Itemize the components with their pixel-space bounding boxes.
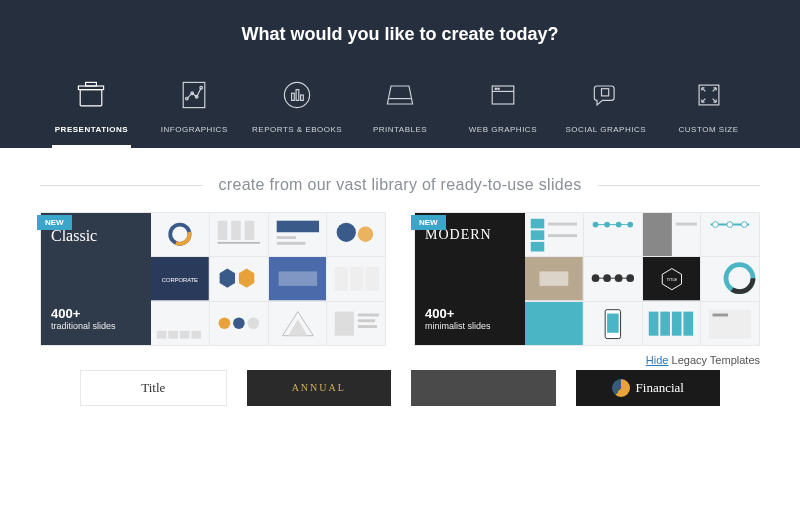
- svg-rect-27: [276, 242, 305, 245]
- svg-rect-37: [350, 267, 363, 291]
- legacy-card-annual[interactable]: ANNUAL: [247, 370, 392, 406]
- category-label: PRINTABLES: [373, 125, 427, 134]
- new-badge: NEW: [37, 215, 72, 230]
- category-label: WEB GRAPHICS: [469, 125, 537, 134]
- svg-rect-0: [81, 90, 103, 106]
- presentation-icon: [73, 77, 109, 117]
- slide-thumb: [525, 257, 583, 300]
- printables-icon: [382, 77, 418, 117]
- svg-point-43: [218, 317, 230, 329]
- svg-point-29: [358, 226, 373, 241]
- legacy-templates-row: Title ANNUAL Financial: [0, 370, 800, 406]
- legacy-card-photo[interactable]: [411, 370, 556, 406]
- template-card-classic[interactable]: NEW Classic 400+ traditional slides CORP…: [40, 212, 386, 346]
- card-info: Classic 400+ traditional slides: [41, 213, 151, 345]
- legacy-toggle: Hide Legacy Templates: [0, 346, 800, 370]
- legacy-card-title[interactable]: Title: [80, 370, 227, 406]
- template-meta: 400+ traditional slides: [51, 306, 141, 331]
- reports-icon: [279, 77, 315, 117]
- template-count: 400+: [51, 306, 141, 321]
- category-printables[interactable]: PRINTABLES: [349, 69, 452, 148]
- svg-rect-48: [335, 311, 354, 335]
- template-cards: NEW Classic 400+ traditional slides CORP…: [40, 212, 760, 346]
- template-section: create from our vast library of ready-to…: [0, 148, 800, 346]
- social-graphics-icon: [588, 77, 624, 117]
- svg-point-28: [337, 223, 356, 242]
- template-count: 400+: [425, 306, 515, 321]
- slide-thumb: [210, 302, 268, 345]
- svg-point-16: [498, 88, 499, 89]
- hide-link[interactable]: Hide: [646, 354, 669, 366]
- svg-rect-55: [548, 223, 577, 226]
- category-label: PRESENTATIONS: [55, 125, 128, 134]
- svg-rect-2: [86, 82, 97, 86]
- svg-rect-22: [231, 221, 241, 240]
- svg-rect-40: [168, 331, 178, 339]
- svg-rect-56: [548, 234, 577, 237]
- slide-thumb: [327, 302, 385, 345]
- svg-rect-83: [648, 311, 658, 335]
- slide-thumb: [525, 302, 583, 345]
- svg-text:CORPORATE: CORPORATE: [162, 277, 198, 283]
- svg-point-7: [200, 86, 203, 89]
- svg-rect-35: [278, 272, 317, 286]
- svg-rect-50: [358, 319, 375, 322]
- slide-thumb: [210, 213, 268, 256]
- template-desc: traditional slides: [51, 321, 141, 331]
- slide-thumb: [584, 213, 642, 256]
- custom-size-icon: [691, 77, 727, 117]
- svg-rect-85: [671, 311, 681, 335]
- svg-marker-33: [239, 269, 254, 288]
- template-desc: minimalist slides: [425, 321, 515, 331]
- slide-thumb: CORPORATE: [151, 257, 209, 300]
- slide-thumb: [327, 257, 385, 300]
- svg-rect-82: [607, 313, 619, 332]
- svg-point-8: [285, 82, 310, 107]
- category-web-graphics[interactable]: WEB GRAPHICS: [451, 69, 554, 148]
- category-infographics[interactable]: INFOGRAPHICS: [143, 69, 246, 148]
- svg-rect-86: [683, 311, 693, 335]
- hero-title: What would you like to create today?: [0, 24, 800, 45]
- divider-right: [598, 185, 761, 186]
- svg-rect-49: [358, 313, 379, 316]
- svg-rect-10: [296, 90, 299, 101]
- svg-rect-62: [643, 213, 672, 256]
- slide-thumb: [584, 302, 642, 345]
- svg-rect-23: [244, 221, 254, 240]
- infographic-icon: [176, 77, 212, 117]
- slide-thumb: [525, 213, 583, 256]
- svg-rect-51: [358, 325, 377, 328]
- svg-rect-80: [525, 302, 583, 345]
- svg-rect-21: [217, 221, 227, 240]
- category-reports-ebooks[interactable]: REPORTS & EBOOKS: [246, 69, 349, 148]
- template-meta: 400+ minimalist slides: [425, 306, 515, 331]
- svg-rect-17: [601, 89, 608, 96]
- template-card-modern[interactable]: NEW MODERN 400+ minimalist slides TITLE: [414, 212, 760, 346]
- category-custom-size[interactable]: CUSTOM SIZE: [657, 69, 760, 148]
- thumbnail-grid: CORPORATE: [151, 213, 385, 345]
- svg-point-15: [495, 88, 496, 89]
- svg-rect-38: [366, 267, 379, 291]
- legacy-card-financial[interactable]: Financial: [576, 370, 721, 406]
- svg-point-67: [742, 222, 748, 228]
- legacy-card-label: ANNUAL: [292, 382, 346, 393]
- category-social-graphics[interactable]: SOCIAL GRAPHICS: [554, 69, 657, 148]
- slide-thumb: [151, 302, 209, 345]
- svg-rect-36: [335, 267, 348, 291]
- card-info: MODERN 400+ minimalist slides: [415, 213, 525, 345]
- svg-point-44: [233, 317, 245, 329]
- category-presentations[interactable]: PRESENTATIONS: [40, 69, 143, 148]
- legacy-card-label: Financial: [636, 380, 684, 396]
- slide-thumb: [701, 302, 759, 345]
- pie-icon: [612, 379, 630, 397]
- slide-thumb: [643, 302, 701, 345]
- svg-point-65: [713, 222, 719, 228]
- legacy-card-label: Title: [141, 380, 165, 396]
- category-label: SOCIAL GRAPHICS: [565, 125, 646, 134]
- svg-rect-24: [217, 242, 259, 244]
- svg-rect-26: [276, 236, 295, 239]
- legacy-label: Legacy Templates: [672, 354, 760, 366]
- slide-thumb: [701, 257, 759, 300]
- slide-thumb: TITLE: [643, 257, 701, 300]
- svg-marker-32: [219, 269, 234, 288]
